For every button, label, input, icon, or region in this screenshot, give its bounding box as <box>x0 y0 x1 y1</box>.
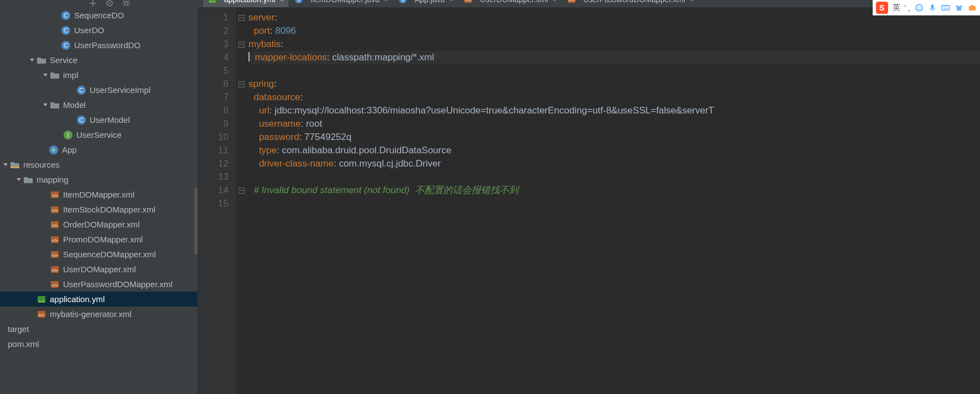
tree-item-label: pom.xml <box>8 339 39 349</box>
tab-app-java[interactable]: JApp.java× <box>393 0 458 7</box>
ime-mic-icon[interactable] <box>928 3 937 12</box>
tree-item-resources[interactable]: resources <box>0 157 198 172</box>
expand-arrow-icon[interactable] <box>29 58 35 63</box>
tree-item-promodomapper-xml[interactable]: </>PromoDOMapper.xml <box>0 232 198 247</box>
ime-smile-icon[interactable] <box>915 3 924 12</box>
tree-item-userpassworddo[interactable]: CUserPasswordDO <box>0 38 198 53</box>
svg-rect-51 <box>942 6 950 10</box>
svg-point-49 <box>920 6 921 7</box>
svg-text:J: J <box>298 0 300 3</box>
svg-rect-50 <box>931 4 934 9</box>
xml-icon: </> <box>50 220 60 230</box>
fold-toggle-icon[interactable] <box>238 188 245 194</box>
fold-toggle-icon[interactable] <box>238 81 245 87</box>
svg-text:C: C <box>79 117 84 123</box>
settings-icon[interactable] <box>122 0 131 7</box>
tab-userpassworddomapper-xml[interactable]: </>UserPasswordDOMapper.xml× <box>562 0 698 7</box>
tree-item-sequencedomapper-xml[interactable]: </>SequenceDOMapper.xml <box>0 247 198 262</box>
xml-icon: </> <box>50 205 60 215</box>
tree-item-label: SequenceDO <box>74 11 124 20</box>
tree-item-target[interactable]: target <box>0 322 198 336</box>
tree-item-label: App <box>62 145 77 154</box>
close-icon[interactable]: × <box>552 0 557 4</box>
expand-arrow-icon[interactable] <box>42 72 49 78</box>
tree-item-label: resources <box>23 160 60 169</box>
fold-toggle-icon[interactable] <box>238 15 245 21</box>
class-icon: C <box>61 11 71 20</box>
ime-punct[interactable]: ' , <box>905 3 910 12</box>
tab-userdomapper-xml[interactable]: </>UserDOMapper.xml× <box>459 0 561 7</box>
tree-item-label: application.yml <box>50 294 105 304</box>
tree-item-orderdomapper-xml[interactable]: </>OrderDOMapper.xml <box>0 217 198 232</box>
tree-item-userservice[interactable]: IUserService <box>0 127 198 142</box>
tree-item-userdo[interactable]: CUserDO <box>0 23 198 38</box>
close-icon[interactable]: × <box>384 0 388 4</box>
tree-item-label: UserService <box>76 130 122 139</box>
ime-status-bar[interactable]: S 英 ' , <box>873 0 980 15</box>
tree-item-label: target <box>8 324 29 334</box>
ime-lang[interactable]: 英 <box>893 3 900 13</box>
tree-item-mybatis-generator-xml[interactable]: </>mybatis-generator.xml <box>0 307 198 322</box>
ime-keyboard-icon[interactable] <box>941 3 950 12</box>
svg-text:</>: </> <box>568 0 575 3</box>
run-icon <box>49 145 59 155</box>
xml-icon: </> <box>37 309 46 319</box>
code-editor[interactable]: server: port: 8096mybatis: mapper-locati… <box>246 8 980 394</box>
tree-item-label: UserPasswordDOMapper.xml <box>63 279 173 289</box>
tab-label: application.yml <box>224 0 276 4</box>
svg-text:</>: </> <box>51 193 58 198</box>
tree-item-sequencedo[interactable]: CSequenceDO <box>0 8 198 23</box>
tree-item-label: PromoDOMapper.xml <box>63 235 143 244</box>
svg-text:C: C <box>79 87 84 94</box>
expand-arrow-icon[interactable] <box>15 177 22 183</box>
tab-label: App.java <box>414 0 444 4</box>
svg-text:</>: </> <box>51 208 58 213</box>
tab-application-yml[interactable]: application.yml× <box>203 0 288 7</box>
iface-icon: I <box>63 130 73 140</box>
collapse-icon[interactable] <box>89 0 97 7</box>
tree-item-pom-xml[interactable]: pom.xml <box>0 336 198 351</box>
svg-rect-52 <box>969 6 976 11</box>
xml-icon: </> <box>463 0 473 4</box>
xml-icon: </> <box>50 190 60 200</box>
tree-item-mapping[interactable]: mapping <box>0 172 198 187</box>
scrollbar-thumb[interactable] <box>194 188 198 255</box>
close-icon[interactable]: × <box>280 0 284 4</box>
svg-text:</>: </> <box>38 313 45 318</box>
svg-text:</>: </> <box>465 0 472 3</box>
tree-item-label: impl <box>63 70 79 80</box>
svg-text:</>: </> <box>51 223 58 228</box>
expand-arrow-icon[interactable] <box>42 102 49 108</box>
svg-text:I: I <box>67 132 69 138</box>
locate-icon[interactable] <box>105 0 114 7</box>
ime-toolbox-icon[interactable] <box>968 3 977 12</box>
ime-skin-icon[interactable] <box>955 3 963 12</box>
class-icon: C <box>61 40 71 50</box>
tree-item-service[interactable]: Service <box>0 53 198 68</box>
close-icon[interactable]: × <box>449 0 454 4</box>
tree-item-label: Model <box>63 100 86 110</box>
tree-item-userserviceimpl[interactable]: CUserServiceImpl <box>0 82 198 97</box>
svg-text:</>: </> <box>51 283 58 288</box>
tree-item-app[interactable]: App <box>0 142 198 157</box>
tree-item-label: UserServiceImpl <box>90 85 151 95</box>
xml-icon: </> <box>50 235 60 245</box>
close-icon[interactable]: × <box>689 0 694 4</box>
tree-item-userpassworddomapper-xml[interactable]: </>UserPasswordDOMapper.xml <box>0 277 198 292</box>
tree-item-label: Service <box>50 55 77 65</box>
tree-item-impl[interactable]: impl <box>0 68 198 82</box>
tree-item-userdomapper-xml[interactable]: </>UserDOMapper.xml <box>0 262 198 277</box>
tree-item-label: SequenceDOMapper.xml <box>63 250 156 259</box>
tab-itemdomapper-java[interactable]: JItemDOMapper.java× <box>289 0 392 7</box>
tree-item-usermodel[interactable]: CUserModel <box>0 112 198 127</box>
svg-text:</>: </> <box>51 238 58 243</box>
fold-toggle-icon[interactable] <box>238 42 245 48</box>
xml-icon: </> <box>567 0 577 4</box>
tree-item-label: UserModel <box>90 115 130 125</box>
tree-item-itemstockdomapper-xml[interactable]: </>ItemStockDOMapper.xml <box>0 202 198 217</box>
tree-item-itemdomapper-xml[interactable]: </>ItemDOMapper.xml <box>0 187 198 202</box>
tree-item-model[interactable]: Model <box>0 97 198 112</box>
expand-arrow-icon[interactable] <box>2 162 9 168</box>
editor-tabs: application.yml×JItemDOMapper.java×JApp.… <box>198 0 980 8</box>
tree-item-application-yml[interactable]: application.yml <box>0 292 198 307</box>
